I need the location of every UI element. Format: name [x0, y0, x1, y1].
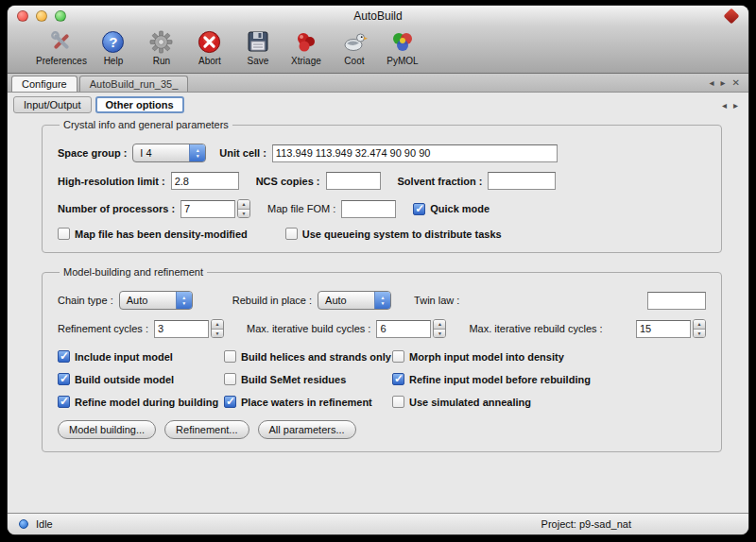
crystal-info-section: Crystal info and general parameters Spac… — [42, 119, 722, 253]
content-area: Input/Output Other options ◂ ▸ Crystal i… — [8, 93, 748, 513]
stepper-up-icon[interactable]: ▲ — [694, 320, 705, 330]
checkbox-icon — [58, 350, 70, 363]
max-build-cycles-input[interactable] — [376, 320, 431, 338]
abort-icon — [198, 27, 221, 56]
place-waters-checkbox[interactable]: Place waters in refinement — [224, 396, 392, 408]
quick-mode-checkbox[interactable]: Quick mode — [413, 203, 490, 215]
refinement-cycles-stepper: ▲ ▼ — [211, 319, 224, 338]
window-controls — [17, 10, 66, 22]
refinement-cycles-input[interactable] — [154, 320, 209, 338]
morph-input-model-checkbox[interactable]: Morph input model into density — [392, 350, 706, 363]
build-helices-strands-checkbox[interactable]: Build helices and strands only — [224, 350, 392, 363]
stepper-down-icon[interactable]: ▼ — [212, 330, 223, 338]
processors-spinner: ▲ ▼ — [180, 199, 250, 218]
density-modified-checkbox[interactable]: Map file has been density-modified — [58, 228, 248, 240]
pymol-icon — [390, 27, 415, 56]
help-icon: ? — [102, 27, 124, 56]
processors-input[interactable] — [180, 200, 235, 218]
options-tab-bar: Input/Output Other options ◂ ▸ — [8, 93, 748, 116]
all-parameters-button[interactable]: All parameters... — [258, 420, 356, 439]
build-outside-model-checkbox[interactable]: Build outside model — [58, 373, 224, 385]
chain-type-dropdown[interactable]: Auto ▲▼ — [119, 291, 193, 310]
twin-law-label: Twin law : — [414, 295, 459, 306]
options-scroll-right-icon[interactable]: ▸ — [733, 100, 738, 110]
checkbox-icon — [224, 350, 236, 363]
tab-input-output[interactable]: Input/Output — [13, 96, 92, 113]
preferences-button[interactable]: Preferences — [36, 27, 87, 67]
checkbox-icon — [285, 228, 298, 240]
solvent-fraction-input[interactable] — [488, 172, 556, 190]
popup-arrows-icon: ▲▼ — [176, 292, 192, 309]
save-button[interactable]: Save — [236, 27, 280, 67]
stepper-down-icon[interactable]: ▼ — [694, 330, 705, 338]
ncs-copies-input[interactable] — [326, 172, 381, 190]
max-build-cycles-stepper: ▲ ▼ — [433, 319, 446, 338]
max-build-cycles-label: Max. iterative build cycles : — [247, 323, 370, 334]
options-scroll-left-icon[interactable]: ◂ — [722, 100, 727, 110]
title-bar[interactable]: AutoBuild — [8, 6, 748, 26]
stepper-up-icon[interactable]: ▲ — [238, 200, 249, 210]
simulated-annealing-checkbox[interactable]: Use simulated annealing — [392, 396, 706, 408]
high-res-input[interactable] — [171, 172, 239, 190]
rebuild-in-place-dropdown[interactable]: Auto ▲▼ — [318, 291, 391, 310]
high-res-label: High-resolution limit : — [58, 176, 165, 187]
max-rebuild-cycles-spinner: ▲ ▼ — [636, 319, 706, 338]
model-building-button[interactable]: Model building... — [58, 420, 156, 439]
queueing-checkbox[interactable]: Use queueing system to distribute tasks — [285, 228, 502, 240]
max-build-cycles-spinner: ▲ ▼ — [376, 319, 446, 338]
abort-button[interactable]: Abort — [188, 27, 232, 67]
minimize-button[interactable] — [36, 10, 47, 22]
stepper-up-icon[interactable]: ▲ — [212, 320, 223, 330]
twin-law-input[interactable] — [647, 292, 706, 310]
space-group-label: Space group : — [58, 147, 127, 159]
save-icon — [247, 27, 269, 56]
zoom-button[interactable] — [55, 10, 66, 22]
refinement-button[interactable]: Refinement... — [164, 420, 249, 439]
tab-configure[interactable]: Configure — [11, 76, 77, 92]
window-title: AutoBuild — [8, 9, 748, 23]
checkbox-icon — [58, 228, 70, 240]
coot-button[interactable]: Coot — [333, 27, 376, 67]
model-building-section: Model-building and refinement Chain type… — [42, 266, 722, 452]
tab-other-options[interactable]: Other options — [95, 96, 184, 113]
checkbox-icon — [392, 373, 404, 385]
close-button[interactable] — [17, 10, 28, 22]
unit-cell-input[interactable] — [272, 144, 558, 162]
stepper-down-icon[interactable]: ▼ — [238, 210, 249, 218]
max-rebuild-cycles-input[interactable] — [636, 320, 691, 338]
map-fom-label: Map file FOM : — [267, 203, 335, 214]
max-rebuild-cycles-stepper: ▲ ▼ — [693, 319, 706, 338]
status-bar: Idle Project: p9-sad_nat — [8, 513, 748, 534]
xtriage-button[interactable]: Xtriage — [284, 27, 328, 67]
space-group-dropdown[interactable]: I 4 ▲▼ — [132, 144, 206, 162]
build-semet-checkbox[interactable]: Build SeMet residues — [224, 373, 392, 385]
unit-cell-label: Unit cell : — [219, 147, 266, 159]
map-fom-input[interactable] — [341, 200, 396, 218]
popup-arrows-icon: ▲▼ — [189, 144, 205, 161]
project-label: Project: p9-sad_nat — [541, 518, 631, 530]
tab-scroll-right-icon[interactable]: ▸ — [721, 77, 726, 88]
rebuild-in-place-label: Rebuild in place : — [232, 295, 312, 306]
stepper-up-icon[interactable]: ▲ — [434, 320, 445, 330]
coot-bird-icon — [341, 27, 368, 56]
max-rebuild-cycles-label: Max. iterative rebuild cycles : — [469, 323, 602, 334]
tab-close-icon[interactable]: ✕ — [732, 77, 740, 88]
include-input-model-checkbox[interactable]: Include input model — [58, 350, 224, 363]
run-gear-icon — [149, 27, 173, 56]
pymol-button[interactable]: PyMOL — [381, 27, 424, 67]
stepper-down-icon[interactable]: ▼ — [434, 330, 445, 338]
tab-autobuild-run[interactable]: AutoBuild_run_35_ — [79, 76, 189, 92]
popup-arrows-icon: ▲▼ — [374, 292, 390, 309]
crystal-section-title: Crystal info and general parameters — [60, 119, 232, 130]
tab-scroll-left-icon[interactable]: ◂ — [710, 77, 714, 88]
status-text: Idle — [36, 518, 53, 530]
help-button[interactable]: ? Help — [92, 27, 135, 67]
run-button[interactable]: Run — [140, 27, 183, 67]
xtriage-icon — [294, 27, 318, 56]
checkbox-icon — [392, 350, 404, 363]
refine-before-rebuilding-checkbox[interactable]: Refine input model before rebuilding — [392, 373, 706, 385]
notebook-tab-bar: Configure AutoBuild_run_35_ ◂ ▸ ✕ — [8, 74, 748, 93]
model-options-grid: Include input model Build helices and st… — [58, 350, 706, 408]
refine-during-building-checkbox[interactable]: Refine model during building — [58, 396, 224, 408]
refinement-cycles-label: Refinement cycles : — [58, 323, 148, 334]
